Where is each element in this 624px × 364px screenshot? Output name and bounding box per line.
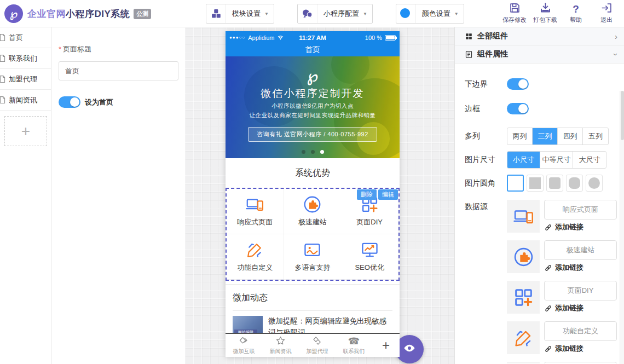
- save-icon: [509, 3, 521, 15]
- advantage-cell-seo[interactable]: SEO优化: [341, 234, 398, 280]
- scrollbar-thumb[interactable]: [621, 91, 624, 140]
- multi-language-icon: [303, 241, 321, 259]
- page-settings-panel: *页面标题 设为首页: [52, 27, 185, 364]
- component-props-body: 下边界 边框 多列 两列 三列 四列 五列 图片尺寸 小尺寸: [455, 63, 624, 363]
- modules-settings-button[interactable]: 模块设置 ▼: [206, 4, 274, 24]
- advantage-cell-multilang[interactable]: 多语言支持: [284, 234, 342, 280]
- page-doc-icon: [0, 33, 7, 42]
- exit-icon: [601, 3, 613, 15]
- page-doc-icon: [0, 96, 7, 104]
- tab-contact[interactable]: ☎ 联系我们: [336, 336, 372, 355]
- star-icon: [275, 336, 286, 347]
- radius-option-circle[interactable]: [586, 175, 603, 192]
- sidebar-item-contact[interactable]: 联系我们: [0, 48, 51, 69]
- page-title-input[interactable]: [59, 61, 178, 80]
- all-components-header[interactable]: 全部组件 ›: [455, 27, 624, 45]
- datasource-row: 添加链接: [507, 281, 617, 314]
- header-actions: 保存修改 打包下载 ? 帮助 退出: [499, 3, 622, 24]
- tabbar-add-button[interactable]: +: [372, 338, 400, 353]
- chevron-right-icon: ›: [615, 32, 617, 41]
- fast-build-icon: [513, 247, 534, 267]
- color-settings-button[interactable]: 颜色设置 ▼: [396, 4, 464, 24]
- tab-brand[interactable]: 微加互联: [226, 336, 262, 355]
- border-row: 边框: [465, 103, 615, 114]
- app-window: ℘ 企业官网小程序DIY系统 公测 模块设置 ▼ 小程序配置 ▼ 颜色设置 ▼: [0, 0, 624, 364]
- advantage-cell-custom-func[interactable]: 功能自定义: [227, 234, 284, 280]
- tab-news[interactable]: 新闻资讯: [262, 336, 299, 355]
- datasource-title-input[interactable]: [544, 200, 617, 219]
- banner-cta-pill[interactable]: 咨询有礼 送官网小程序 / 400-0755-992: [248, 127, 377, 142]
- inspector-scrollbar[interactable]: [620, 91, 624, 364]
- datasource-title-input[interactable]: [544, 321, 617, 341]
- advantages-grid-selected[interactable]: 删除 编辑 响应式页面 极速建站 页面DIY 功能自定义: [226, 188, 400, 281]
- sidebar-item-home[interactable]: 首页: [0, 27, 51, 48]
- radius-option-none-selected[interactable]: [507, 175, 524, 192]
- carousel-dot[interactable]: [302, 150, 305, 154]
- seo-icon: [361, 241, 379, 259]
- columns-option-4[interactable]: 四列: [558, 128, 583, 145]
- datasource-title-input[interactable]: [544, 281, 617, 301]
- help-icon: ?: [570, 3, 582, 15]
- add-link-button[interactable]: 添加链接: [544, 344, 617, 354]
- advantage-cell-fast-build[interactable]: 极速建站: [284, 189, 342, 234]
- save-button[interactable]: 保存修改: [499, 3, 530, 24]
- img-size-small-selected[interactable]: 小尺寸: [507, 152, 540, 168]
- columns-option-2[interactable]: 两列: [507, 128, 533, 145]
- link-icon: [544, 304, 552, 313]
- delete-component-button[interactable]: 删除: [357, 189, 377, 200]
- brand-icon: [238, 336, 249, 347]
- component-props-header[interactable]: 组件属性 ›: [455, 45, 624, 63]
- news-section-title: 微加动态: [233, 285, 392, 311]
- tab-agent[interactable]: 加盟代理: [299, 336, 336, 355]
- link-icon: [544, 264, 552, 272]
- edit-component-button[interactable]: 编辑: [378, 189, 398, 200]
- page-title: 企业官网小程序DIY系统: [27, 8, 130, 20]
- columns-option-3-selected[interactable]: 三列: [533, 128, 558, 145]
- advantage-cell-responsive[interactable]: 响应式页面: [227, 189, 284, 234]
- carousel-dot-active[interactable]: [320, 150, 324, 154]
- phone-icon: ☎: [348, 336, 359, 347]
- add-link-button[interactable]: 添加链接: [544, 222, 617, 232]
- image-size-row: 图片尺寸 小尺寸 中等尺寸 大尺寸: [465, 151, 615, 169]
- phone-preview: ●●●○○ Applidium 11:27 AM 100 % 首页 ℘ 微: [226, 31, 400, 357]
- border-toggle[interactable]: [507, 103, 529, 114]
- phone-nav-bar: 首页: [226, 44, 400, 56]
- exit-button[interactable]: 退出: [591, 3, 622, 24]
- img-size-medium[interactable]: 中等尺寸: [540, 152, 573, 168]
- radius-option-small[interactable]: [546, 175, 563, 192]
- all-components-icon: [465, 32, 473, 41]
- sidebar-item-agent[interactable]: 加盟代理: [0, 69, 51, 90]
- datasource-tile: [507, 200, 540, 233]
- carousel-dots: [226, 150, 400, 154]
- editor-canvas: ●●●○○ Applidium 11:27 AM 100 % 首页 ℘ 微: [185, 27, 454, 364]
- phone-tabbar: 微加互联 新闻资讯 加盟代理 ☎ 联系我们 +: [226, 333, 400, 357]
- carousel-dot[interactable]: [311, 150, 315, 154]
- add-link-button[interactable]: 添加链接: [544, 303, 617, 313]
- bottom-border-toggle[interactable]: [507, 78, 529, 90]
- top-header: ℘ 企业官网小程序DIY系统 公测 模块设置 ▼ 小程序配置 ▼ 颜色设置 ▼: [0, 0, 624, 27]
- datasource-row-partial: [507, 362, 617, 363]
- help-button[interactable]: ? 帮助: [561, 3, 591, 24]
- add-page-button[interactable]: +: [4, 116, 47, 146]
- miniprogram-config-button[interactable]: 小程序配置 ▼: [297, 4, 373, 24]
- advantages-section-title: 系统优势: [226, 158, 400, 188]
- datasource-title-input[interactable]: [544, 362, 617, 363]
- set-home-toggle[interactable]: [59, 96, 80, 108]
- columns-option-5[interactable]: 五列: [583, 128, 608, 145]
- chevron-down-icon: ▼: [363, 11, 367, 16]
- radius-option-square[interactable]: [527, 175, 544, 192]
- phone-status-bar: ●●●○○ Applidium 11:27 AM 100 %: [226, 31, 400, 44]
- img-size-large[interactable]: 大尺寸: [573, 152, 606, 168]
- datasource-section: 数据源 添加链接: [465, 200, 615, 363]
- radius-option-medium[interactable]: [566, 175, 583, 192]
- fast-build-icon: [303, 195, 321, 213]
- datasource-title-input[interactable]: [544, 240, 617, 260]
- download-button[interactable]: 打包下载: [530, 3, 561, 24]
- link-icon: [544, 223, 552, 232]
- banner-subtitle-2: 让企业以及商家在短时间里实现提升品牌和销量: [226, 112, 400, 119]
- inspector-panel: 全部组件 › 组件属性 › 下边界 边框 多列 两列 三列 四列: [454, 27, 624, 364]
- sidebar-item-news[interactable]: 新闻资讯: [0, 90, 51, 111]
- add-link-button[interactable]: 添加链接: [544, 263, 617, 273]
- banner-slide[interactable]: ℘ 微信小程序定制开发 小程序以微信8亿用户为切入点 让企业以及商家在短时间里实…: [226, 56, 400, 158]
- page-title-label: *页面标题: [59, 44, 185, 54]
